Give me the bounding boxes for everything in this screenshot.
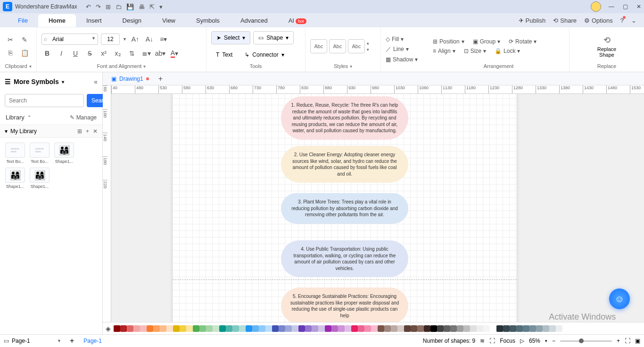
color-swatch[interactable] [404,325,411,332]
menu-insert[interactable]: Insert [76,14,112,27]
eyedropper-icon[interactable]: ◈ [106,325,111,332]
color-swatch[interactable] [331,325,338,332]
color-swatch[interactable] [213,325,219,332]
shape-bubble-1[interactable]: 1. Reduce, Reuse, Recycle: The three R's… [281,96,408,140]
color-swatch[interactable] [384,325,391,332]
page-name-input[interactable] [12,338,54,344]
publish-button[interactable]: ✈ Publish [519,17,546,24]
superscript-icon[interactable]: x² [98,48,109,59]
my-library-label[interactable]: My Library [10,128,37,135]
layers-icon[interactable]: ≋ [480,338,485,344]
chevron-down-icon[interactable]: ▼ [91,36,96,41]
highlight-icon[interactable]: ab▾ [155,48,166,59]
color-swatch[interactable] [470,325,477,332]
notifications-button[interactable]: ? [620,17,624,24]
color-swatch[interactable] [477,325,483,332]
format-painter-icon[interactable]: ✎ [19,34,30,45]
share-button[interactable]: ⟲ Share [553,17,577,24]
menu-advanced[interactable]: Advanced [230,14,278,27]
font-launcher-icon[interactable]: ▾ [143,64,146,69]
qat-more-icon[interactable]: ▾ [159,3,163,10]
color-swatch[interactable] [252,325,259,332]
zoom-out-button[interactable]: − [552,338,555,344]
size-button[interactable]: ⊡ Size▾ [464,48,486,54]
subscript-icon[interactable]: x₂ [112,48,124,59]
connector-tool[interactable]: ↳ Connector ▾ [240,48,289,61]
font-size-input[interactable] [101,34,120,45]
color-swatch[interactable] [364,325,371,332]
menu-symbols[interactable]: Symbols [186,14,230,27]
align-dropdown-icon[interactable]: ≡▾ [158,34,169,45]
color-swatch[interactable] [147,325,153,332]
library-close-icon[interactable]: ✕ [93,128,98,135]
color-swatch[interactable] [417,325,424,332]
color-swatch[interactable] [160,325,166,332]
style-preset-1[interactable]: Abc [310,39,327,53]
decrease-font-icon[interactable]: A↓ [144,34,155,45]
options-button[interactable]: ⚙ Options [584,17,613,24]
color-swatch[interactable] [378,325,384,332]
styles-launcher-icon[interactable]: ▾ [350,64,352,69]
color-swatch[interactable] [232,325,239,332]
close-button[interactable]: ✕ [636,3,641,10]
library-item-textbox-2[interactable]: ▭▭▭▭▭Text Bo... [29,143,50,164]
menu-collapse-icon[interactable]: ⌄ [631,17,636,24]
color-swatch[interactable] [523,325,529,332]
library-item-shape-2[interactable]: 👨‍👩‍👧Shape1... [5,168,25,189]
bold-icon[interactable]: B [41,48,53,59]
page-surface[interactable]: 1. Reduce, Reuse, Recycle: The three R's… [173,94,517,322]
more-symbols-label[interactable]: More Symbols [14,78,59,85]
color-swatch[interactable] [206,325,213,332]
minimize-button[interactable]: — [609,3,614,10]
increase-font-icon[interactable]: A↑ [130,34,141,45]
print-icon[interactable]: 🖶 [139,3,145,10]
page-select-dropdown-icon[interactable]: ▼ [57,339,61,343]
color-swatch[interactable] [351,325,358,332]
copy-icon[interactable]: ⎘ [5,47,16,59]
add-document-tab[interactable]: + [158,75,163,83]
color-swatch[interactable] [140,325,147,332]
user-avatar[interactable] [591,1,601,12]
document-tab-drawing1[interactable]: ▣ Drawing1 [106,74,155,84]
page-layout-icon[interactable]: ▭ [4,338,9,344]
fill-button[interactable]: ◇ Fill ▾ [386,36,418,42]
redo-icon[interactable]: ↷ [96,3,101,10]
color-swatch[interactable] [186,325,193,332]
zoom-level[interactable]: 65% [529,338,540,344]
color-swatch[interactable] [345,325,351,332]
paste-icon[interactable]: 📋 [19,47,30,59]
color-swatch[interactable] [549,325,556,332]
save-icon[interactable]: 💾 [126,3,134,10]
color-swatch[interactable] [444,325,450,332]
select-tool[interactable]: ➤ Select ▾ [211,31,250,44]
underline-icon[interactable]: U [70,48,81,59]
align-button[interactable]: ≡ Align▾ [433,48,455,54]
library-item-shape-1[interactable]: 👨‍👩‍👧Shape1... [54,143,74,164]
color-swatch[interactable] [536,325,543,332]
color-swatch[interactable] [556,325,562,332]
export-icon[interactable]: ⇱ [149,3,155,10]
color-swatch[interactable] [318,325,325,332]
library-add-icon[interactable]: + [86,128,89,135]
library-view-icon[interactable]: ⊞ [77,128,82,135]
color-swatch[interactable] [496,325,503,332]
presentation-icon[interactable]: ▷ [520,338,524,344]
page-tab-1[interactable]: Page-1 [79,338,107,344]
maximize-button[interactable]: ▢ [623,3,628,10]
color-swatch[interactable] [272,325,279,332]
color-swatch[interactable] [180,325,186,332]
strikethrough-icon[interactable]: S̶ [84,48,95,59]
color-swatch[interactable] [325,325,331,332]
shape-bubble-2[interactable]: 2. Use Cleaner Energy: Adopting cleaner … [281,146,408,183]
position-button[interactable]: ⊞ Position▾ [433,38,464,45]
bullets-icon[interactable]: ≣▾ [140,48,152,59]
text-tool[interactable]: T Text [211,48,237,61]
shape-bubble-3[interactable]: 3. Plant More Trees: Trees play a vital … [281,193,408,224]
library-expand-icon[interactable]: ⌃ [27,115,31,120]
color-swatch[interactable] [246,325,252,332]
color-swatch[interactable] [193,325,199,332]
color-swatch[interactable] [483,325,490,332]
color-swatch[interactable] [292,325,298,332]
color-swatch[interactable] [424,325,430,332]
color-swatch[interactable] [166,325,173,332]
